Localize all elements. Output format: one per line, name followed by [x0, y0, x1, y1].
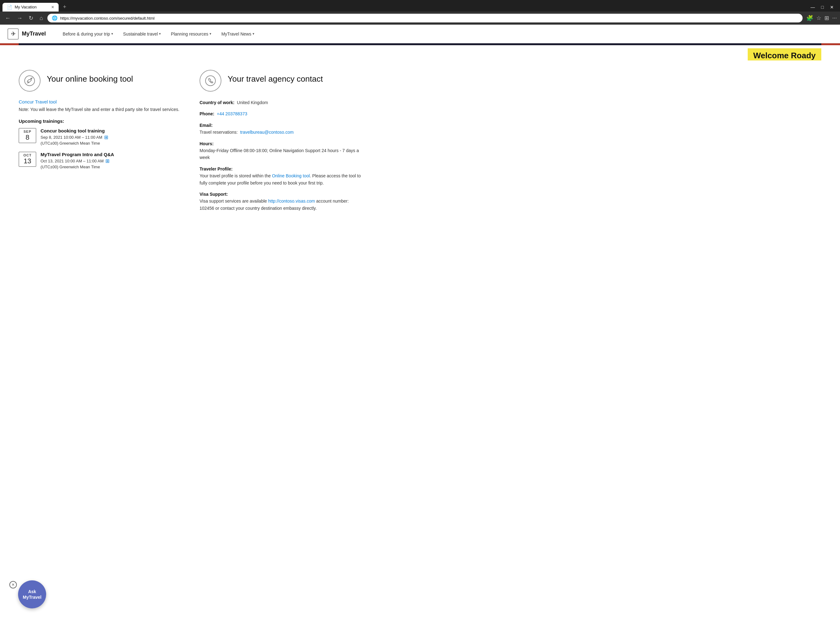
- logo-icon: ✈: [8, 28, 19, 40]
- training-item-2: OCT 13 MyTravel Program Intro and Q&A Oc…: [19, 152, 181, 169]
- extensions-button[interactable]: 🧩: [806, 15, 813, 22]
- visa-link[interactable]: http://contoso.visas.com: [268, 199, 315, 204]
- date-box-sep: SEP 8: [19, 128, 36, 143]
- traveler-profile-label: Traveler Profile:: [200, 167, 233, 171]
- visa-support-field: Visa Support: Visa support services are …: [200, 191, 362, 212]
- date-month-oct: OCT: [19, 153, 36, 157]
- training-title-2: MyTravel Program Intro and Q&A: [40, 152, 114, 157]
- traveler-profile-field: Traveler Profile: Your travel profile is…: [200, 165, 362, 186]
- airplane-icon: [19, 70, 40, 92]
- nav-item-sustainable[interactable]: Sustainable travel ▾: [119, 29, 165, 39]
- nav-menu: Before & during your trip ▾ Sustainable …: [58, 29, 259, 39]
- favorites-button[interactable]: ☆: [816, 15, 821, 22]
- country-field: Country of work: United Kingdom: [200, 99, 362, 106]
- active-tab[interactable]: 📄 My Vacation ✕: [3, 3, 59, 12]
- visa-support-text: Visa support services are available: [200, 199, 267, 204]
- training-datetime-1: Sep 8, 2021 10:00 AM – 11:00 AM ⊞: [40, 134, 108, 140]
- svg-point-0: [25, 76, 35, 86]
- chevron-down-icon: ▾: [159, 32, 161, 36]
- forward-button[interactable]: →: [15, 14, 24, 23]
- email-label: Email:: [200, 123, 213, 128]
- color-bar: [0, 43, 840, 45]
- minimize-button[interactable]: —: [811, 5, 815, 10]
- booking-tool-note: Note: You will leave the MyTravel site a…: [19, 106, 181, 113]
- header-area: Welcome Roady: [0, 45, 840, 60]
- training-timezone-2: (UTC±00) Greenwich Mean Time: [40, 165, 114, 169]
- email-subtext: Travel reservations:: [200, 130, 238, 134]
- phone-icon: [200, 70, 221, 92]
- training-timezone-1: (UTC±00) Greenwich Mean Time: [40, 141, 108, 145]
- booking-tool-panel: Your online booking tool Concur Travel t…: [19, 70, 181, 216]
- site-header: ✈ MyTravel Before & during your trip ▾ S…: [0, 25, 840, 43]
- reload-button[interactable]: ↻: [27, 13, 35, 23]
- booking-tool-title: Your online booking tool: [47, 70, 133, 84]
- more-button[interactable]: ···: [832, 15, 837, 22]
- hours-label: Hours:: [200, 141, 213, 146]
- travel-agency-panel: Your travel agency contact Country of wo…: [200, 70, 362, 216]
- online-booking-tool-link[interactable]: Online Booking tool: [272, 173, 309, 178]
- phone-label: Phone:: [200, 111, 214, 116]
- email-field: Email: Travel reservations: travelbureau…: [200, 122, 362, 136]
- booking-tool-header: Your online booking tool: [19, 70, 181, 92]
- email-link[interactable]: travelbureau@contoso.com: [240, 130, 293, 134]
- date-box-oct: OCT 13: [19, 152, 36, 167]
- nav-item-planning[interactable]: Planning resources ▾: [167, 29, 216, 39]
- maximize-button[interactable]: □: [821, 5, 824, 10]
- travel-agency-header: Your travel agency contact: [200, 70, 362, 92]
- training-info-1: Concur booking tool training Sep 8, 2021…: [40, 128, 108, 145]
- globe-icon: 🌐: [52, 15, 58, 21]
- training-info-2: MyTravel Program Intro and Q&A Oct 13, 2…: [40, 152, 114, 169]
- trainings-label: Upcoming trainings:: [19, 119, 181, 124]
- nav-label-news: MyTravel News: [221, 31, 251, 37]
- nav-label-sustainable: Sustainable travel: [123, 31, 158, 37]
- collections-button[interactable]: ⊞: [825, 15, 829, 22]
- tab-bar: 📄 My Vacation ✕ + — □ ✕: [0, 0, 840, 12]
- date-day-oct: 13: [19, 157, 36, 165]
- site-logo[interactable]: ✈ MyTravel: [8, 28, 46, 40]
- browser-action-buttons: 🧩 ☆ ⊞ ···: [805, 15, 837, 22]
- date-month-sep: SEP: [19, 130, 36, 133]
- add-to-calendar-1[interactable]: ⊞: [104, 134, 108, 140]
- date-day-sep: 8: [19, 133, 36, 142]
- phone-link[interactable]: +44 203788373: [217, 111, 247, 116]
- page-wrapper: ✈ MyTravel Before & during your trip ▾ S…: [0, 25, 840, 274]
- nav-label-planning: Planning resources: [171, 31, 208, 37]
- browser-chrome: 📄 My Vacation ✕ + — □ ✕ ← → ↻ ⌂ 🌐 https:…: [0, 0, 840, 25]
- travel-agency-title: Your travel agency contact: [227, 70, 323, 84]
- phone-field: Phone: +44 203788373: [200, 110, 362, 117]
- chevron-down-icon: ▾: [210, 32, 211, 36]
- chevron-down-icon: ▾: [111, 32, 113, 36]
- add-to-calendar-2[interactable]: ⊞: [105, 158, 110, 164]
- browser-toolbar: ← → ↻ ⌂ 🌐 https://myvacation.contoso.com…: [0, 12, 840, 25]
- logo-text: MyTravel: [22, 31, 46, 37]
- welcome-banner: Welcome Roady: [748, 48, 821, 60]
- new-tab-button[interactable]: +: [60, 3, 70, 12]
- tab-close-button[interactable]: ✕: [51, 5, 54, 9]
- visa-support-label: Visa Support:: [200, 192, 228, 197]
- chevron-down-icon: ▾: [252, 32, 254, 36]
- country-label: Country of work:: [200, 100, 235, 105]
- main-content: Your online booking tool Concur Travel t…: [0, 60, 840, 235]
- home-button[interactable]: ⌂: [38, 14, 45, 23]
- training-datetime-2: Oct 13, 2021 10:00 AM – 11:00 AM ⊞: [40, 158, 114, 164]
- nav-label-before-during: Before & during your trip: [63, 31, 110, 37]
- training-item-1: SEP 8 Concur booking tool training Sep 8…: [19, 128, 181, 145]
- nav-item-news[interactable]: MyTravel News ▾: [217, 29, 259, 39]
- traveler-profile-text: Your travel profile is stored within the: [200, 173, 271, 178]
- country-value: United Kingdom: [237, 100, 268, 105]
- hours-value: Monday-Friday Offline 08:00-18:00; Onlin…: [200, 148, 359, 160]
- training-title-1: Concur booking tool training: [40, 128, 108, 133]
- tab-favicon: 📄: [7, 5, 12, 10]
- back-button[interactable]: ←: [3, 14, 12, 23]
- tab-title: My Vacation: [15, 5, 37, 9]
- url-display: https://myvacation.contoso.com/secured/d…: [60, 16, 798, 20]
- hours-field: Hours: Monday-Friday Offline 08:00-18:00…: [200, 140, 362, 161]
- window-controls: — □ ✕: [811, 5, 837, 10]
- concur-travel-link[interactable]: Concur Travel tool: [19, 99, 181, 104]
- close-button[interactable]: ✕: [830, 5, 834, 10]
- address-bar[interactable]: 🌐 https://myvacation.contoso.com/secured…: [47, 14, 803, 22]
- nav-item-before-during[interactable]: Before & during your trip ▾: [58, 29, 118, 39]
